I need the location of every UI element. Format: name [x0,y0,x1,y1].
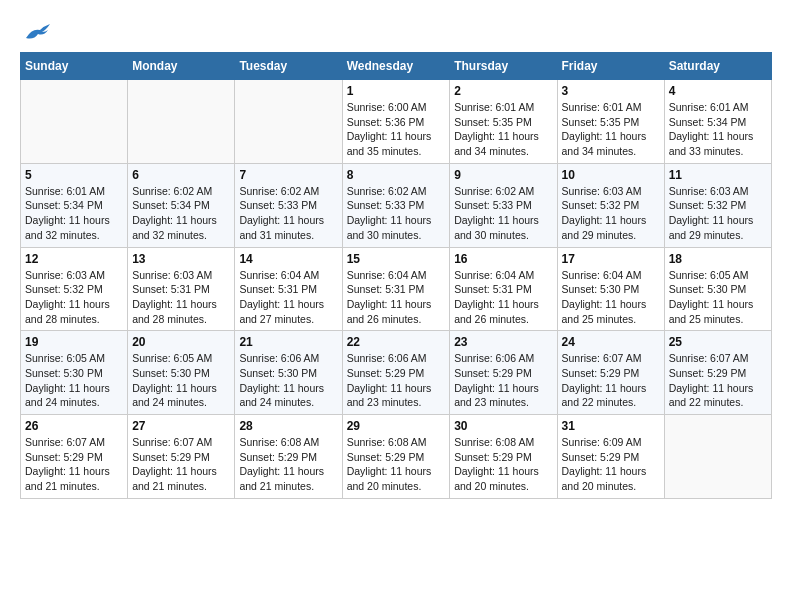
day-info: Sunrise: 6:03 AMSunset: 5:32 PMDaylight:… [562,184,660,243]
day-number: 19 [25,335,123,349]
calendar-day-cell: 29 Sunrise: 6:08 AMSunset: 5:29 PMDaylig… [342,415,450,499]
day-info: Sunrise: 6:07 AMSunset: 5:29 PMDaylight:… [669,351,767,410]
day-number: 21 [239,335,337,349]
calendar-day-cell [235,80,342,164]
calendar-week-row: 12 Sunrise: 6:03 AMSunset: 5:32 PMDaylig… [21,247,772,331]
calendar-day-cell [664,415,771,499]
calendar-table: SundayMondayTuesdayWednesdayThursdayFrid… [20,52,772,499]
day-info: Sunrise: 6:02 AMSunset: 5:33 PMDaylight:… [454,184,552,243]
calendar-day-header: Wednesday [342,53,450,80]
day-info: Sunrise: 6:02 AMSunset: 5:34 PMDaylight:… [132,184,230,243]
day-info: Sunrise: 6:03 AMSunset: 5:32 PMDaylight:… [25,268,123,327]
day-info: Sunrise: 6:01 AMSunset: 5:35 PMDaylight:… [454,100,552,159]
calendar-day-cell: 15 Sunrise: 6:04 AMSunset: 5:31 PMDaylig… [342,247,450,331]
day-number: 27 [132,419,230,433]
day-info: Sunrise: 6:00 AMSunset: 5:36 PMDaylight:… [347,100,446,159]
day-number: 14 [239,252,337,266]
day-number: 5 [25,168,123,182]
day-info: Sunrise: 6:04 AMSunset: 5:30 PMDaylight:… [562,268,660,327]
calendar-day-cell: 9 Sunrise: 6:02 AMSunset: 5:33 PMDayligh… [450,163,557,247]
calendar-day-cell: 12 Sunrise: 6:03 AMSunset: 5:32 PMDaylig… [21,247,128,331]
calendar-day-header: Monday [128,53,235,80]
day-info: Sunrise: 6:05 AMSunset: 5:30 PMDaylight:… [25,351,123,410]
calendar-day-cell [21,80,128,164]
day-number: 9 [454,168,552,182]
day-number: 4 [669,84,767,98]
calendar-day-cell: 6 Sunrise: 6:02 AMSunset: 5:34 PMDayligh… [128,163,235,247]
calendar-day-cell: 2 Sunrise: 6:01 AMSunset: 5:35 PMDayligh… [450,80,557,164]
day-info: Sunrise: 6:07 AMSunset: 5:29 PMDaylight:… [562,351,660,410]
calendar-day-cell: 30 Sunrise: 6:08 AMSunset: 5:29 PMDaylig… [450,415,557,499]
calendar-day-header: Saturday [664,53,771,80]
day-info: Sunrise: 6:06 AMSunset: 5:29 PMDaylight:… [347,351,446,410]
day-info: Sunrise: 6:06 AMSunset: 5:30 PMDaylight:… [239,351,337,410]
calendar-day-cell: 26 Sunrise: 6:07 AMSunset: 5:29 PMDaylig… [21,415,128,499]
day-info: Sunrise: 6:05 AMSunset: 5:30 PMDaylight:… [669,268,767,327]
calendar-day-cell: 24 Sunrise: 6:07 AMSunset: 5:29 PMDaylig… [557,331,664,415]
calendar-day-cell: 17 Sunrise: 6:04 AMSunset: 5:30 PMDaylig… [557,247,664,331]
day-number: 31 [562,419,660,433]
day-info: Sunrise: 6:03 AMSunset: 5:31 PMDaylight:… [132,268,230,327]
day-info: Sunrise: 6:06 AMSunset: 5:29 PMDaylight:… [454,351,552,410]
day-number: 7 [239,168,337,182]
day-info: Sunrise: 6:07 AMSunset: 5:29 PMDaylight:… [25,435,123,494]
calendar-day-cell [128,80,235,164]
calendar-day-cell: 19 Sunrise: 6:05 AMSunset: 5:30 PMDaylig… [21,331,128,415]
calendar-week-row: 1 Sunrise: 6:00 AMSunset: 5:36 PMDayligh… [21,80,772,164]
calendar-day-cell: 16 Sunrise: 6:04 AMSunset: 5:31 PMDaylig… [450,247,557,331]
calendar-day-cell: 4 Sunrise: 6:01 AMSunset: 5:34 PMDayligh… [664,80,771,164]
calendar-day-cell: 20 Sunrise: 6:05 AMSunset: 5:30 PMDaylig… [128,331,235,415]
day-info: Sunrise: 6:01 AMSunset: 5:35 PMDaylight:… [562,100,660,159]
calendar-day-cell: 5 Sunrise: 6:01 AMSunset: 5:34 PMDayligh… [21,163,128,247]
calendar-day-cell: 14 Sunrise: 6:04 AMSunset: 5:31 PMDaylig… [235,247,342,331]
day-number: 29 [347,419,446,433]
day-number: 26 [25,419,123,433]
day-number: 17 [562,252,660,266]
calendar-week-row: 5 Sunrise: 6:01 AMSunset: 5:34 PMDayligh… [21,163,772,247]
calendar-day-cell: 13 Sunrise: 6:03 AMSunset: 5:31 PMDaylig… [128,247,235,331]
day-info: Sunrise: 6:09 AMSunset: 5:29 PMDaylight:… [562,435,660,494]
day-number: 20 [132,335,230,349]
day-number: 22 [347,335,446,349]
calendar-day-cell: 28 Sunrise: 6:08 AMSunset: 5:29 PMDaylig… [235,415,342,499]
day-info: Sunrise: 6:02 AMSunset: 5:33 PMDaylight:… [239,184,337,243]
day-number: 6 [132,168,230,182]
calendar-day-cell: 18 Sunrise: 6:05 AMSunset: 5:30 PMDaylig… [664,247,771,331]
day-number: 18 [669,252,767,266]
page-header [20,20,772,42]
day-info: Sunrise: 6:04 AMSunset: 5:31 PMDaylight:… [239,268,337,327]
day-number: 16 [454,252,552,266]
day-number: 10 [562,168,660,182]
day-info: Sunrise: 6:05 AMSunset: 5:30 PMDaylight:… [132,351,230,410]
calendar-day-cell: 31 Sunrise: 6:09 AMSunset: 5:29 PMDaylig… [557,415,664,499]
calendar-day-cell: 21 Sunrise: 6:06 AMSunset: 5:30 PMDaylig… [235,331,342,415]
day-number: 15 [347,252,446,266]
day-number: 24 [562,335,660,349]
day-info: Sunrise: 6:02 AMSunset: 5:33 PMDaylight:… [347,184,446,243]
day-number: 11 [669,168,767,182]
day-info: Sunrise: 6:01 AMSunset: 5:34 PMDaylight:… [25,184,123,243]
day-info: Sunrise: 6:01 AMSunset: 5:34 PMDaylight:… [669,100,767,159]
calendar-day-cell: 23 Sunrise: 6:06 AMSunset: 5:29 PMDaylig… [450,331,557,415]
calendar-day-cell: 10 Sunrise: 6:03 AMSunset: 5:32 PMDaylig… [557,163,664,247]
calendar-day-cell: 1 Sunrise: 6:00 AMSunset: 5:36 PMDayligh… [342,80,450,164]
day-info: Sunrise: 6:04 AMSunset: 5:31 PMDaylight:… [454,268,552,327]
day-info: Sunrise: 6:03 AMSunset: 5:32 PMDaylight:… [669,184,767,243]
day-number: 8 [347,168,446,182]
calendar-header-row: SundayMondayTuesdayWednesdayThursdayFrid… [21,53,772,80]
day-number: 2 [454,84,552,98]
day-number: 3 [562,84,660,98]
day-info: Sunrise: 6:08 AMSunset: 5:29 PMDaylight:… [454,435,552,494]
calendar-day-cell: 22 Sunrise: 6:06 AMSunset: 5:29 PMDaylig… [342,331,450,415]
calendar-day-cell: 8 Sunrise: 6:02 AMSunset: 5:33 PMDayligh… [342,163,450,247]
calendar-day-cell: 11 Sunrise: 6:03 AMSunset: 5:32 PMDaylig… [664,163,771,247]
calendar-week-row: 26 Sunrise: 6:07 AMSunset: 5:29 PMDaylig… [21,415,772,499]
day-info: Sunrise: 6:08 AMSunset: 5:29 PMDaylight:… [239,435,337,494]
day-info: Sunrise: 6:08 AMSunset: 5:29 PMDaylight:… [347,435,446,494]
calendar-day-cell: 27 Sunrise: 6:07 AMSunset: 5:29 PMDaylig… [128,415,235,499]
calendar-day-header: Tuesday [235,53,342,80]
logo [20,20,50,42]
calendar-day-cell: 7 Sunrise: 6:02 AMSunset: 5:33 PMDayligh… [235,163,342,247]
day-number: 13 [132,252,230,266]
calendar-day-header: Thursday [450,53,557,80]
